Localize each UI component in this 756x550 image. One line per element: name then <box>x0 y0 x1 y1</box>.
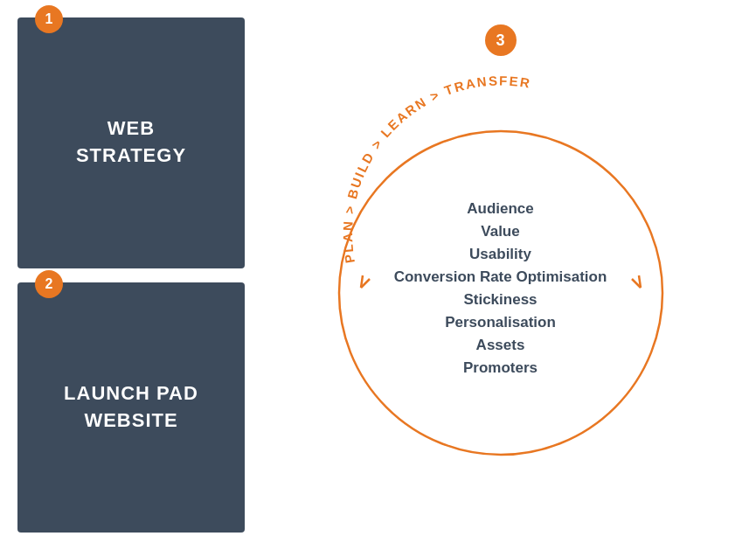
item-cro: Conversion Rate Optimisation <box>394 268 607 286</box>
item-stickiness: Stickiness <box>463 291 537 309</box>
right-column: 3 PLAN > BUILD > LEARN > TRANSFER <box>262 17 739 533</box>
item-personalisation: Personalisation <box>445 314 556 331</box>
left-column: 1 WEBSTRATEGY 2 LAUNCH PADWEBSITE <box>17 17 245 533</box>
item-promoters: Promoters <box>463 359 538 377</box>
step2-badge: 2 <box>35 270 63 298</box>
item-assets: Assets <box>476 337 525 354</box>
cycle-items: Audience Value Usability Conversion Rate… <box>394 200 607 377</box>
main-container: 1 WEBSTRATEGY 2 LAUNCH PADWEBSITE 3 <box>0 0 756 550</box>
item-value: Value <box>481 223 519 240</box>
cycle-diagram: PLAN > BUILD > LEARN > TRANSFER Audience… <box>291 48 711 503</box>
item-usability: Usability <box>469 246 531 263</box>
step1-badge: 1 <box>35 5 63 33</box>
web-strategy-box: 1 WEBSTRATEGY <box>17 17 245 268</box>
step3-badge: 3 <box>485 24 517 56</box>
item-audience: Audience <box>467 200 534 218</box>
launch-pad-box: 2 LAUNCH PADWEBSITE <box>17 282 245 533</box>
launch-pad-label: LAUNCH PADWEBSITE <box>64 380 198 435</box>
web-strategy-label: WEBSTRATEGY <box>76 115 186 170</box>
